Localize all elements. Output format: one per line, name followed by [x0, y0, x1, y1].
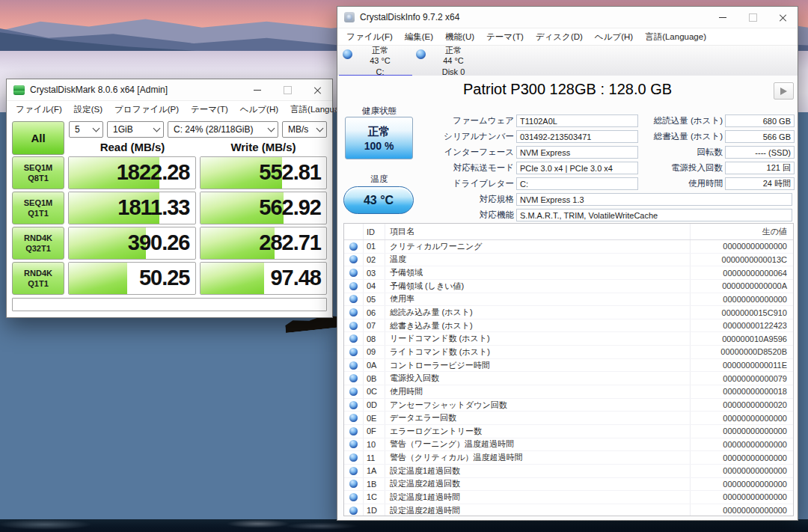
smart-attribute-row[interactable]: 0C 使用時間 00000000000018 — [344, 385, 793, 399]
field-value: 121 回 — [725, 162, 795, 174]
cdm-titlebar[interactable]: CrystalDiskMark 8.0.6 x64 [Admin] — [7, 79, 332, 101]
cdi-maximize-button[interactable] — [738, 7, 768, 28]
target-drive-select[interactable]: C: 24% (28/118GiB) — [168, 121, 278, 138]
smart-attribute-row[interactable]: 1B 設定温度2超過回数 00000000000000 — [344, 478, 793, 492]
cdi-minimize-button[interactable] — [708, 7, 738, 28]
smart-attribute-raw-value: 00000000000079 — [691, 374, 793, 383]
target-drive-value: C: 24% (28/118GiB) — [174, 124, 254, 135]
smart-attribute-raw-value: 00000000000000 — [691, 295, 793, 304]
cdm-minimize-button[interactable] — [242, 79, 272, 100]
smart-table: ID 項目名 生の値 01 クリティカルワーニング 00000000000000… — [343, 223, 794, 516]
smart-attribute-id: 05 — [364, 293, 385, 306]
test-type-button[interactable]: RND4K Q32T1 — [12, 227, 64, 260]
smart-attribute-row[interactable]: 02 温度 0000000000013C — [344, 254, 793, 267]
smart-rows: 01 クリティカルワーニング 00000000000000 02 温度 0000… — [344, 240, 793, 516]
menu-item[interactable]: ファイル(F) — [10, 102, 68, 117]
cdi-window-title: CrystalDiskInfo 9.7.2 x64 — [360, 12, 459, 22]
run-all-button[interactable]: All — [12, 121, 64, 155]
smart-attribute-row[interactable]: 0B 電源投入回数 00000000000079 — [344, 372, 793, 385]
test-type-button[interactable]: SEQ1M Q1T1 — [12, 192, 64, 224]
chevron-down-icon — [316, 125, 324, 132]
menu-item[interactable]: テーマ(T) — [480, 29, 530, 45]
status-good-orb-icon — [349, 453, 358, 462]
test-queue-thread: Q8T1 — [28, 173, 49, 183]
benchmark-results: SEQ1M Q8T1 1822.28 552.81 SEQ1M Q1T1 181… — [12, 156, 327, 295]
cdm-menubar: ファイル(F)設定(S)プロファイル(P)テーマ(T)ヘルプ(H)言語(Lang… — [7, 101, 332, 119]
menu-item[interactable]: ディスク(D) — [530, 29, 589, 45]
smart-attribute-row[interactable]: 1C 設定温度1超過時間 00000000000000 — [344, 491, 793, 504]
disk-tab-temperature: 43 °C — [370, 55, 391, 66]
menu-item[interactable]: ヘルプ(H) — [234, 102, 284, 117]
smart-attribute-name: クリティカルワーニング — [385, 240, 691, 253]
smart-attribute-id: 06 — [364, 306, 385, 319]
cdm-close-button[interactable] — [302, 79, 332, 100]
smart-attribute-row[interactable]: 11 警告（クリティカル）温度超過時間 00000000000000 — [344, 451, 793, 465]
smart-attribute-id: 1B — [364, 478, 385, 491]
smart-attribute-name: 総読み込み量 (ホスト) — [385, 306, 691, 319]
disk-tab[interactable]: 正常 44 °C Disk 0 — [412, 46, 486, 77]
test-queue-thread: Q1T1 — [28, 208, 49, 218]
menu-item[interactable]: テーマ(T) — [185, 102, 234, 117]
smart-attribute-row[interactable]: 10 警告（ワーニング）温度超過時間 00000000000000 — [344, 438, 793, 452]
smart-attribute-row[interactable]: 0F エラーログエントリー数 00000000000000 — [344, 425, 793, 438]
write-result-cell: 552.81 — [200, 156, 328, 189]
cdm-maximize-button[interactable] — [272, 79, 302, 100]
benchmark-row: RND4K Q1T1 50.25 97.48 — [12, 262, 327, 295]
menu-item[interactable]: ヘルプ(H) — [589, 29, 639, 45]
test-count-value: 5 — [75, 124, 80, 135]
smart-attribute-row[interactable]: 09 ライトコマンド数 (ホスト) 00000000D8520B — [344, 346, 793, 359]
comment-input[interactable] — [12, 298, 327, 311]
smart-attribute-raw-value: 00000000000000 — [691, 414, 793, 423]
menu-item[interactable]: 編集(E) — [399, 29, 439, 45]
test-type-button[interactable]: RND4K Q1T1 — [12, 262, 64, 295]
smart-attribute-row[interactable]: 05 使用率 00000000000000 — [344, 293, 793, 307]
drive-field-row: 総読込量 (ホスト) 680 GB — [640, 113, 795, 129]
write-result-cell: 97.48 — [200, 262, 328, 295]
unit-select[interactable]: MB/s — [282, 121, 327, 138]
status-good-orb-icon — [349, 282, 358, 290]
cdi-app-icon — [344, 12, 355, 22]
disk-tab-strip: 正常 43 °C C: 正常 44 °C Disk 0 — [337, 46, 798, 78]
menu-item[interactable]: プロファイル(P) — [108, 102, 185, 117]
test-count-select[interactable]: 5 — [69, 121, 103, 138]
smart-attribute-row[interactable]: 06 総読み込み量 (ホスト) 0000000015C910 — [344, 306, 793, 319]
disk-tab[interactable]: 正常 43 °C C: — [339, 46, 412, 77]
smart-attribute-raw-value: 00000000000000 — [691, 426, 793, 435]
test-type-button[interactable]: SEQ1M Q8T1 — [12, 156, 64, 189]
cdi-titlebar[interactable]: CrystalDiskInfo 9.7.2 x64 — [337, 7, 798, 28]
smart-attribute-row[interactable]: 1D 設定温度2超過時間 00000000000000 — [344, 504, 793, 516]
cdi-close-button[interactable] — [768, 7, 798, 28]
menu-item[interactable]: 言語(Language) — [639, 29, 712, 45]
smart-attribute-id: 09 — [364, 346, 385, 358]
smart-attribute-row[interactable]: 1A 設定温度1超過回数 00000000000000 — [344, 465, 793, 478]
field-value: 566 GB — [725, 130, 795, 143]
smart-attribute-row[interactable]: 08 リードコマンド数 (ホスト) 000000010A9596 — [344, 332, 793, 346]
status-good-orb-icon — [349, 255, 358, 263]
status-good-orb-icon — [349, 374, 358, 382]
drive-field-row: 回転数 ---- (SSD) — [640, 144, 795, 160]
smart-attribute-raw-value: 00000000000000 — [691, 480, 793, 489]
menu-item[interactable]: ファイル(F) — [340, 29, 399, 45]
menu-item[interactable]: 機能(U) — [439, 29, 480, 45]
drive-field-row: 使用時間 24 時間 — [640, 176, 795, 192]
smart-attribute-row[interactable]: 0E データエラー回数 00000000000000 — [344, 412, 793, 425]
smart-attribute-row[interactable]: 0A コントローラービジー時間 0000000000011E — [344, 359, 793, 373]
menu-item[interactable]: 設定(S) — [68, 102, 108, 117]
smart-attribute-id: 0E — [364, 412, 385, 424]
smart-attribute-name: アンセーフシャットダウン回数 — [385, 399, 691, 412]
smart-attribute-row[interactable]: 01 クリティカルワーニング 00000000000000 — [344, 240, 793, 254]
minimize-icon — [719, 17, 726, 18]
smart-attribute-id: 01 — [364, 240, 385, 253]
smart-attribute-row[interactable]: 03 予備領域 00000000000064 — [344, 266, 793, 280]
test-size-select[interactable]: 1GiB — [107, 121, 164, 138]
smart-attribute-row[interactable]: 04 予備領域 (しきい値) 0000000000000A — [344, 280, 793, 293]
status-good-orb-icon — [349, 308, 358, 317]
smart-attribute-raw-value: 00000000000000 — [691, 466, 793, 475]
maximize-icon — [749, 13, 757, 22]
smart-attribute-row[interactable]: 0D アンセーフシャットダウン回数 00000000000020 — [344, 399, 793, 412]
smart-attribute-row[interactable]: 07 総書き込み量 (ホスト) 00000000122423 — [344, 319, 793, 333]
close-icon — [313, 86, 322, 94]
next-disk-button[interactable] — [774, 82, 794, 100]
field-value: NVM Express — [516, 146, 638, 159]
close-icon — [779, 13, 787, 22]
